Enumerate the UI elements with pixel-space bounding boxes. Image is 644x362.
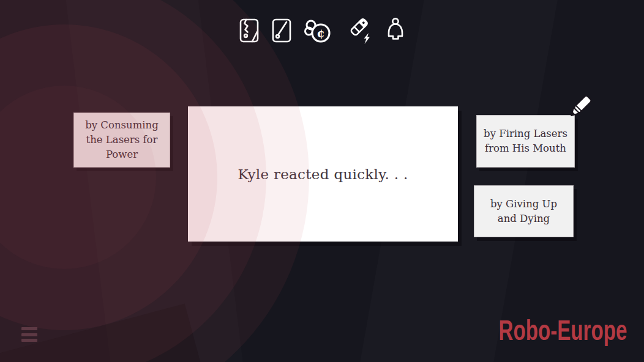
story-title: Robo-Europe xyxy=(498,314,627,347)
broken-card-icon xyxy=(238,18,260,43)
story-card: Kyle reacted quickly. . . xyxy=(188,106,458,242)
cent-glyph: ¢ xyxy=(316,26,324,40)
coins-button[interactable]: ¢ xyxy=(303,18,332,43)
toolbar: ¢ xyxy=(0,15,644,46)
choice-card-giving-up[interactable]: by Giving Up and Dying xyxy=(474,185,574,237)
menu-bar xyxy=(21,333,37,336)
pencil-icon[interactable] xyxy=(567,93,594,126)
laser-button[interactable] xyxy=(343,16,375,45)
choice-card-firing-lasers[interactable]: by Firing Lasers from His Mouth xyxy=(476,115,575,168)
card-icon xyxy=(271,18,293,43)
tint-circle xyxy=(0,24,217,330)
broken-card-button[interactable] xyxy=(238,18,260,43)
card-button[interactable] xyxy=(271,18,293,43)
menu-bar xyxy=(21,339,37,342)
bell-button[interactable] xyxy=(385,17,406,45)
story-prompt: Kyle reacted quickly. . . xyxy=(238,166,408,182)
menu-button[interactable] xyxy=(21,327,37,342)
menu-bar xyxy=(21,327,37,330)
coins-icon: ¢ xyxy=(303,18,332,43)
choice-card-consuming-lasers[interactable]: by Consuming the Lasers for Power xyxy=(73,113,170,168)
game-screen: ¢ Kyle reacted quickly. . . xyxy=(0,0,644,362)
bell-icon xyxy=(385,17,406,45)
laser-icon xyxy=(343,16,375,45)
